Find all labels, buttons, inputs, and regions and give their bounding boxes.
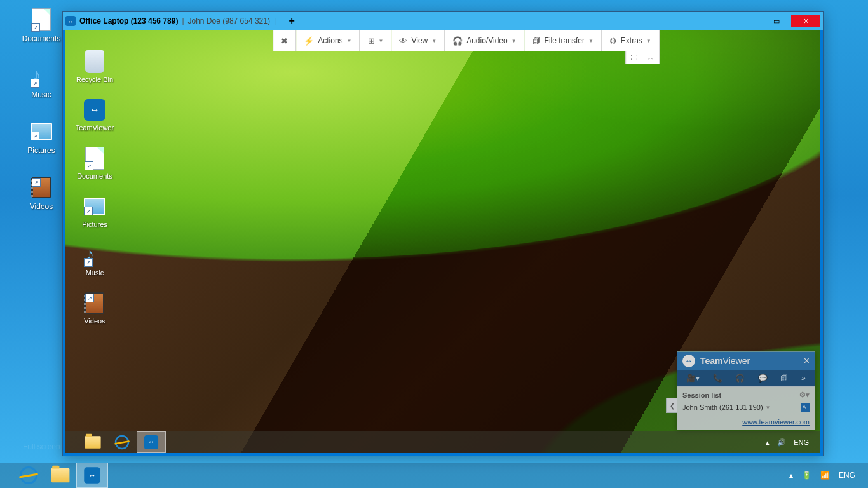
videos-icon: [32, 177, 51, 198]
pictures-icon: [84, 198, 105, 215]
remote-taskbar: ↔ ▴ 🔊 ENG: [65, 431, 820, 453]
ie-icon: [115, 435, 129, 449]
toolbar-filetransfer-button[interactable]: 🗐File transfer▼: [525, 30, 602, 51]
caret-down-icon: ▼: [588, 38, 593, 44]
video-icon[interactable]: 🎥▾: [686, 374, 700, 383]
panel-actions: 🎥▾ 📞 🎧 💬 🗐 »: [677, 370, 815, 386]
collapse-up-icon[interactable]: ︿: [642, 51, 659, 64]
chat-icon[interactable]: 💬: [758, 374, 768, 383]
caret-down-icon: ▼: [347, 38, 352, 44]
remote-icon-documents[interactable]: Documents: [69, 146, 120, 180]
panel-url-link[interactable]: www.teamviewer.com: [677, 416, 815, 430]
more-icon[interactable]: »: [801, 374, 806, 383]
teamviewer-window: Office Laptop (123 456 789) | John Doe (…: [62, 11, 824, 456]
local-desktop-icons: Documents Music Pictures Videos: [19, 6, 64, 230]
icon-label: Pictures: [82, 220, 107, 228]
icon-label: Music: [86, 269, 104, 276]
tray-lang[interactable]: ENG: [839, 471, 855, 480]
remote-icon-videos[interactable]: Videos: [69, 290, 120, 325]
battery-icon[interactable]: 🔋: [802, 471, 811, 480]
tab-divider: |: [182, 17, 184, 25]
caret-down-icon: ▼: [512, 38, 517, 44]
tv-tab-second[interactable]: John Doe (987 654 321): [188, 17, 270, 25]
headset-icon[interactable]: 🎧: [735, 374, 745, 383]
remote-icon-recyclebin[interactable]: Recycle Bin: [69, 49, 120, 83]
toolbar-audiovideo-button[interactable]: 🎧Audio/Video▼: [445, 30, 524, 51]
teamviewer-icon: ↔: [144, 435, 158, 449]
toolbar-extras-button[interactable]: ⚙Extras▼: [602, 30, 660, 51]
icon-label: Videos: [84, 317, 105, 325]
panel-session-row[interactable]: John Smith (261 131 190) ▼ ↖: [682, 403, 810, 412]
add-tab-button[interactable]: +: [286, 15, 297, 27]
remote-desktop-icons: Recycle Bin ↔ TeamViewer Documents Pictu…: [69, 49, 120, 325]
volume-icon[interactable]: 🔊: [777, 438, 786, 447]
icon-label: Documents: [77, 172, 112, 180]
fullscreen-icon[interactable]: ⛶: [626, 51, 642, 64]
toolbar-label: Audio/Video: [466, 36, 508, 45]
eye-icon: 👁: [399, 36, 407, 46]
close-button[interactable]: ✕: [791, 15, 820, 27]
caret-down-icon: ▼: [646, 38, 651, 44]
local-taskbar-explorer[interactable]: [44, 463, 76, 488]
remote-taskbar-ie[interactable]: [107, 431, 137, 453]
local-icon-videos[interactable]: Videos: [19, 174, 64, 211]
maximize-button[interactable]: ▭: [762, 15, 791, 27]
lightning-icon: ⚡: [304, 36, 314, 46]
toolbar-actions-button[interactable]: ⚡Actions▼: [296, 30, 360, 51]
close-icon: ✖: [281, 36, 288, 46]
local-taskbar-teamviewer[interactable]: ↔: [76, 463, 108, 488]
local-taskbar-ie[interactable]: [13, 463, 44, 488]
local-icon-music[interactable]: Music: [19, 62, 64, 99]
tray-up-icon[interactable]: ▴: [766, 438, 770, 447]
local-desktop: Documents Music Pictures Videos Full scr…: [0, 0, 868, 488]
tv-titlebar[interactable]: Office Laptop (123 456 789) | John Doe (…: [63, 12, 823, 30]
icon-label: TeamViewer: [76, 124, 114, 132]
remote-taskbar-teamviewer[interactable]: ↔: [137, 431, 166, 453]
tray-lang[interactable]: ENG: [794, 438, 809, 446]
remote-icon-teamviewer[interactable]: ↔ TeamViewer: [69, 97, 120, 132]
icon-label: Recycle Bin: [76, 76, 113, 83]
remote-taskbar-explorer[interactable]: [78, 431, 107, 453]
network-icon[interactable]: 📶: [820, 471, 830, 480]
document-icon: [85, 147, 104, 170]
ie-icon: [20, 466, 37, 484]
pictures-icon: [31, 123, 52, 140]
toolbar-windows-button[interactable]: ⊞▼: [360, 30, 392, 51]
toolbar-close-button[interactable]: ✖: [273, 30, 296, 51]
headset-icon: 🎧: [452, 36, 463, 46]
tray-up-icon[interactable]: ▴: [789, 471, 793, 480]
icon-label: Pictures: [27, 146, 55, 155]
toolbar-label: File transfer: [545, 36, 585, 45]
files-icon: 🗐: [532, 36, 541, 46]
music-icon: [85, 244, 104, 266]
tv-tab-active[interactable]: Office Laptop (123 456 789): [79, 17, 178, 25]
teamviewer-icon: ↔: [84, 467, 100, 484]
icon-label: Music: [31, 90, 51, 99]
icon-label: Videos: [30, 202, 53, 211]
panel-close-button[interactable]: ×: [804, 355, 810, 367]
panel-expand-button[interactable]: ❮: [666, 398, 677, 413]
folder-icon: [85, 436, 100, 449]
local-icon-pictures[interactable]: Pictures: [19, 118, 64, 155]
cursor-icon[interactable]: ↖: [801, 403, 810, 412]
local-taskbar: ↔ ▴ 🔋 📶 ENG: [0, 463, 868, 488]
minimize-button[interactable]: —: [733, 15, 762, 27]
call-icon[interactable]: 📞: [713, 374, 722, 383]
panel-section-title: Session list: [682, 391, 721, 399]
toolbar-label: Actions: [318, 36, 342, 45]
videos-icon: [85, 292, 104, 314]
tab-divider: |: [274, 17, 276, 25]
gear-icon[interactable]: ⚙▾: [799, 391, 810, 399]
files-icon[interactable]: 🗐: [780, 374, 788, 383]
remote-icon-pictures[interactable]: Pictures: [69, 194, 120, 228]
session-name: John Smith (261 131 190): [682, 403, 763, 411]
remote-screen: ✖ ⚡Actions▼ ⊞▼ 👁View▼ 🎧Audio/Video▼ 🗐Fil…: [65, 30, 820, 453]
toolbar-view-button[interactable]: 👁View▼: [391, 30, 445, 51]
folder-icon: [51, 468, 70, 482]
local-icon-documents[interactable]: Documents: [19, 6, 64, 43]
panel-header: ↔ TeamViewer ×: [677, 352, 815, 370]
remote-icon-music[interactable]: Music: [69, 242, 120, 276]
toolbar-pin-strip: ⛶ ︿: [625, 51, 660, 64]
toolbar-label: View: [411, 36, 428, 45]
panel-session-section: Session list ⚙▾ John Smith (261 131 190)…: [677, 386, 815, 416]
